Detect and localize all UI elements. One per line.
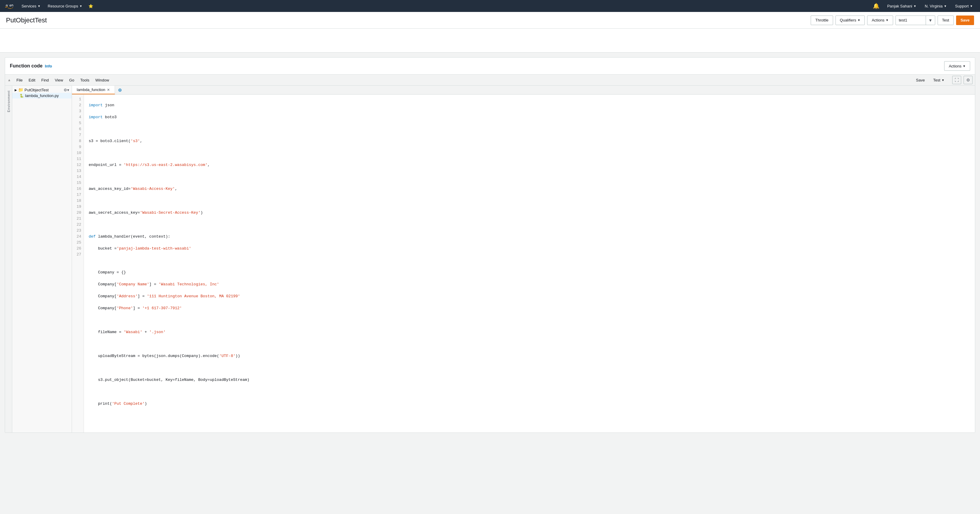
code-line-5 [89, 150, 970, 156]
services-label: Services [22, 4, 37, 8]
code-line-9 [89, 198, 970, 204]
collapse-icon[interactable]: ▲ [8, 78, 11, 82]
support-label: Support [955, 4, 969, 8]
user-chevron-icon: ▼ [913, 5, 916, 8]
tab-lambda-function[interactable]: lambda_function ✕ [72, 86, 115, 94]
code-line-11 [89, 222, 970, 228]
code-line-4: s3 = boto3.client('s3', [89, 138, 970, 144]
file-tree: ▶ 📁 PutObjectTest ⚙▾ 🐍 lambda_function.p… [12, 86, 72, 433]
test-menu-label: Test [933, 78, 940, 82]
function-code-actions-label: Actions [949, 64, 961, 68]
notifications-icon[interactable]: 🔔 [870, 3, 882, 9]
test-select-value: test1 [896, 18, 926, 22]
code-line-6: endpoint_url = 'https://s3.us-east-2.was… [89, 162, 970, 168]
function-code-title: Function code Info [10, 63, 52, 69]
code-line-15: Company = {} [89, 270, 970, 276]
code-line-3 [89, 126, 970, 132]
menu-tools[interactable]: Tools [77, 77, 92, 84]
test-button-label: Test [942, 18, 949, 22]
code-line-16: Company['Company Name'] = 'Wasabi Techno… [89, 281, 970, 287]
info-link[interactable]: Info [45, 64, 52, 68]
page-header: PutObjectTest Throttle Qualifiers ▼ Acti… [0, 12, 980, 29]
code-line-24: s3.put_object(Bucket=bucket, Key=fileNam… [89, 377, 970, 383]
menu-save[interactable]: Save [913, 77, 928, 84]
qualifiers-label: Qualifiers [840, 18, 856, 22]
code-line-26: print('Put Complete') [89, 401, 970, 407]
actions-button[interactable]: Actions ▼ [867, 16, 893, 25]
favorites-icon[interactable]: ⭐ [86, 0, 95, 12]
folder-gear-icon[interactable]: ⚙▾ [64, 88, 69, 92]
code-lines[interactable]: import json import boto3 s3 = boto3.clie… [84, 95, 975, 433]
menu-edit[interactable]: Edit [26, 77, 38, 84]
support-menu[interactable]: Support ▼ [951, 0, 977, 12]
menu-find[interactable]: Find [38, 77, 52, 84]
file-name: lambda_function.py [25, 94, 59, 98]
editor-menubar: ▲ File Edit Find View Go Tools Window Sa… [5, 75, 975, 86]
folder-item[interactable]: ▶ 📁 PutObjectTest ⚙▾ [12, 87, 72, 93]
throttle-label: Throttle [815, 18, 828, 22]
resource-groups-menu[interactable]: Resource Groups ▼ [44, 0, 86, 12]
code-line-13: bucket ='panjaj-lambda-test-with-wasabi' [89, 246, 970, 252]
tab-label: lambda_function [77, 87, 105, 92]
folder-icon: 📁 [18, 87, 23, 92]
code-editor[interactable]: lambda_function ✕ ⊕ 12345 678910 1112131… [72, 86, 975, 433]
code-line-19 [89, 317, 970, 323]
function-code-title-text: Function code [10, 63, 42, 69]
function-code-actions-button[interactable]: Actions ▼ [944, 61, 970, 71]
tree-chevron-icon: ▶ [14, 88, 17, 92]
page-actions: Throttle Qualifiers ▼ Actions ▼ test1 ▼ … [811, 16, 974, 25]
services-menu[interactable]: Services ▼ [18, 0, 44, 12]
editor-tabs: lambda_function ✕ ⊕ [72, 86, 975, 95]
page-title: PutObjectTest [6, 16, 47, 24]
code-line-22: uploadByteStream = bytes(json.dumps(Comp… [89, 353, 970, 359]
line-numbers: 12345 678910 1112131415 1617181920 21222… [72, 95, 84, 433]
code-line-20: fileName = 'Wasabi' + '.json' [89, 329, 970, 335]
test-select-arrow[interactable]: ▼ [926, 16, 935, 25]
tab-close-icon[interactable]: ✕ [107, 88, 110, 92]
editor-sidebar: Environment [5, 86, 12, 433]
function-code-actions-chevron-icon: ▼ [963, 65, 966, 68]
test-button[interactable]: Test [938, 16, 954, 25]
folder-name: PutObjectTest [24, 88, 49, 92]
code-line-2: import boto3 [89, 114, 970, 120]
test-menu-chevron-icon: ▼ [942, 78, 945, 82]
save-button[interactable]: Save [956, 16, 974, 25]
actions-label: Actions [872, 18, 885, 22]
user-label: Panjak Sahani [887, 4, 912, 8]
test-select: test1 ▼ [896, 16, 935, 25]
throttle-button[interactable]: Throttle [811, 16, 833, 25]
aws-logo[interactable] [3, 2, 16, 10]
function-code-section: Function code Info Actions ▼ ▲ File Edit… [5, 57, 975, 433]
tab-add-icon[interactable]: ⊕ [115, 86, 125, 94]
code-line-10: aws_secret_access_key='Wasabi-Secret-Acc… [89, 210, 970, 216]
code-line-18: Company['Phone'] = '+1 617-307-7912' [89, 305, 970, 311]
editor-container: ▲ File Edit Find View Go Tools Window Sa… [5, 75, 975, 433]
menu-test[interactable]: Test ▼ [930, 77, 947, 84]
menu-go[interactable]: Go [66, 77, 77, 84]
support-chevron-icon: ▼ [970, 5, 973, 8]
menu-view[interactable]: View [52, 77, 66, 84]
services-chevron-icon: ▼ [38, 5, 41, 8]
code-line-21 [89, 341, 970, 347]
code-line-23 [89, 365, 970, 371]
code-content: 12345 678910 1112131415 1617181920 21222… [72, 95, 975, 433]
save-button-label: Save [961, 18, 970, 22]
qualifiers-button[interactable]: Qualifiers ▼ [835, 16, 865, 25]
code-line-12: def lambda_handler(event, context): [89, 234, 970, 240]
file-item[interactable]: 🐍 lambda_function.py [12, 93, 72, 98]
fullscreen-icon[interactable]: ⛶ [952, 76, 961, 84]
actions-chevron-icon: ▼ [886, 19, 889, 22]
function-code-header: Function code Info Actions ▼ [5, 58, 975, 75]
settings-icon[interactable]: ⚙ [964, 76, 972, 84]
region-chevron-icon: ▼ [944, 5, 947, 8]
top-nav: Services ▼ Resource Groups ▼ ⭐ 🔔 Panjak … [0, 0, 980, 12]
user-menu[interactable]: Panjak Sahani ▼ [883, 0, 920, 12]
file-icon: 🐍 [19, 94, 24, 98]
code-line-27 [89, 413, 970, 419]
menu-file[interactable]: File [13, 77, 26, 84]
region-menu[interactable]: N. Virginia ▼ [921, 0, 950, 12]
code-line-1: import json [89, 102, 970, 108]
resource-groups-label: Resource Groups [48, 4, 78, 8]
menu-window[interactable]: Window [92, 77, 112, 84]
code-line-8: aws_access_key_id='Wasabi-Access-Key', [89, 186, 970, 192]
